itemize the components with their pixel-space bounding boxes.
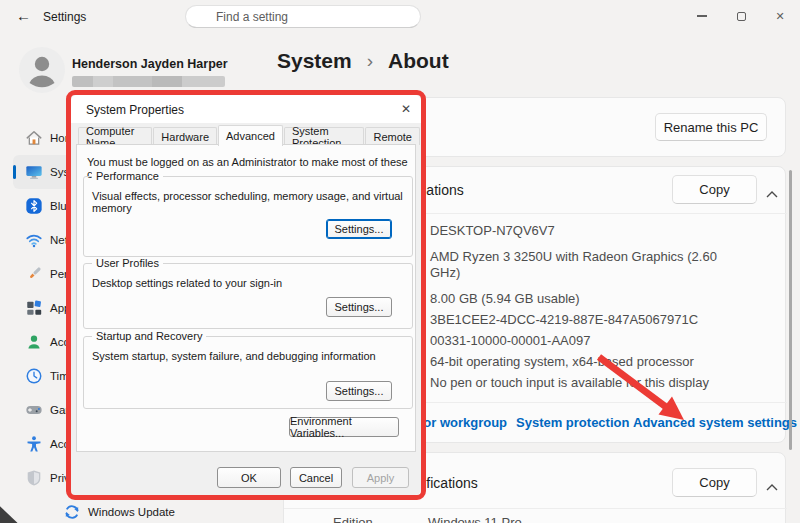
- processor-value-line2: GHz): [430, 265, 720, 281]
- advanced-system-settings-link[interactable]: Advanced system settings: [633, 415, 797, 430]
- startup-recovery-description: System startup, system failure, and debu…: [92, 350, 376, 362]
- performance-settings-button[interactable]: Settings...: [326, 219, 392, 239]
- maximize-button[interactable]: [727, 6, 755, 26]
- performance-group: Performance Visual effects, processor sc…: [83, 176, 413, 257]
- home-icon: [25, 129, 43, 147]
- apps-icon: [25, 299, 43, 317]
- page-title: About: [388, 49, 449, 73]
- apply-button[interactable]: Apply: [352, 467, 409, 488]
- breadcrumb-separator-icon: ›: [367, 50, 373, 72]
- tab-remote[interactable]: Remote: [365, 127, 420, 145]
- chevron-up-icon[interactable]: [766, 477, 778, 495]
- person-icon: [25, 333, 43, 351]
- ok-button[interactable]: OK: [217, 467, 281, 488]
- sidebar-item-windows-update[interactable]: Windows Update: [13, 495, 168, 523]
- cancel-button[interactable]: Cancel: [290, 467, 342, 488]
- user-profiles-description: Desktop settings related to your sign-in: [92, 277, 282, 289]
- edition-value: Windows 11 Pro: [428, 515, 522, 523]
- gamepad-icon: [25, 401, 43, 419]
- maximize-icon: [737, 12, 746, 21]
- environment-variables-button[interactable]: Environment Variables...: [289, 417, 399, 437]
- rename-pc-button[interactable]: Rename this PC: [655, 113, 767, 141]
- close-button[interactable]: ✕: [766, 6, 794, 26]
- copy-windows-specs-button[interactable]: Copy: [672, 468, 757, 497]
- device-name-value: DESKTOP-N7QV6V7: [430, 223, 720, 239]
- advanced-tab-page: You must be logged on as an Administrato…: [76, 144, 416, 452]
- startup-recovery-group: Startup and Recovery System startup, sys…: [83, 336, 413, 409]
- system-protection-link[interactable]: System protection: [516, 415, 629, 430]
- edition-label: Edition: [333, 515, 373, 523]
- user-name: Henderson Jayden Harper: [72, 57, 228, 71]
- windows-update-icon: [63, 503, 81, 521]
- dialog-titlebar: System Properties ✕: [71, 95, 421, 123]
- back-arrow-icon[interactable]: ←: [16, 7, 31, 24]
- divider: [284, 508, 787, 509]
- breadcrumb: System › About: [277, 49, 449, 73]
- system-icon: [25, 163, 43, 181]
- dialog-close-icon[interactable]: ✕: [401, 102, 411, 116]
- tab-advanced[interactable]: Advanced: [218, 125, 283, 146]
- tab-system-protection[interactable]: System Protection: [284, 127, 365, 145]
- dialog-tabs: Computer Name Hardware Advanced System P…: [78, 124, 421, 145]
- chevron-up-icon[interactable]: [766, 184, 778, 202]
- shield-icon: [25, 469, 43, 487]
- breadcrumb-system[interactable]: System: [277, 49, 352, 73]
- selected-indicator: [13, 165, 16, 179]
- system-properties-dialog: System Properties ✕ Computer Name Hardwa…: [71, 95, 421, 495]
- minimize-button[interactable]: [688, 6, 716, 26]
- user-profiles-group: User Profiles Desktop settings related t…: [83, 263, 413, 329]
- pen-touch-value: No pen or touch input is available for t…: [430, 375, 720, 391]
- user-profiles-group-title: User Profiles: [92, 257, 163, 269]
- performance-group-title: Performance: [92, 170, 163, 182]
- brush-icon: [25, 265, 43, 283]
- user-profiles-settings-button[interactable]: Settings...: [326, 297, 392, 317]
- installed-ram-value: 8.00 GB (5.94 GB usable): [430, 291, 720, 307]
- startup-recovery-group-title: Startup and Recovery: [92, 330, 206, 342]
- app-title: Settings: [43, 10, 86, 24]
- tab-computer-name[interactable]: Computer Name: [78, 127, 152, 145]
- clock-icon: [25, 367, 43, 385]
- system-type-value: 64-bit operating system, x64-based proce…: [430, 354, 720, 370]
- device-specs-values: DESKTOP-N7QV6V7 AMD Ryzen 3 3250U with R…: [430, 223, 720, 396]
- accessibility-icon: [25, 435, 43, 453]
- search-input[interactable]: [185, 5, 421, 28]
- scrollbar[interactable]: [789, 170, 792, 450]
- processor-value: AMD Ryzen 3 3250U with Radeon Graphics (…: [430, 249, 720, 265]
- bluetooth-icon: [25, 197, 43, 215]
- avatar: [19, 47, 65, 97]
- wifi-icon: [25, 231, 43, 249]
- copy-device-specs-button[interactable]: Copy: [672, 175, 757, 204]
- minimize-icon: [697, 15, 707, 17]
- device-id-value: 3BE1CEE2-4DCC-4219-887E-847A5067971C: [430, 312, 720, 328]
- startup-recovery-settings-button[interactable]: Settings...: [326, 381, 392, 401]
- performance-description: Visual effects, processor scheduling, me…: [92, 190, 412, 214]
- user-email-redacted: [72, 76, 225, 87]
- tab-hardware[interactable]: Hardware: [153, 127, 217, 145]
- dialog-title: System Properties: [86, 103, 184, 117]
- product-id-value: 00331-10000-00001-AA097: [430, 333, 720, 349]
